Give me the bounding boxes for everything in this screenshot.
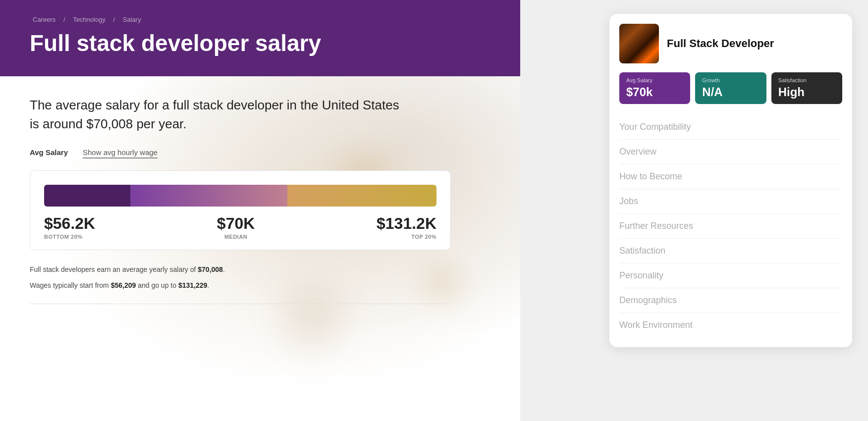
salary-bottom-label: $56.2K BOTTOM 20% <box>44 214 95 240</box>
hero-section: Careers / Technology / Salary Full stack… <box>0 0 520 76</box>
sidebar-nav-how-to-become[interactable]: How to Become <box>619 164 842 189</box>
stat-badge-satisfaction-label: Satisfaction <box>778 77 835 83</box>
sidebar-nav-work-environment[interactable]: Work Environment <box>619 313 842 337</box>
salary-bottom-sublabel: BOTTOM 20% <box>44 234 95 240</box>
salary-tabs: Avg Salary Show avg hourly wage <box>30 148 490 158</box>
sidebar-card-header: Full Stack Developer <box>619 24 842 63</box>
salary-bar <box>44 185 436 207</box>
stat-badge-satisfaction: Satisfaction High <box>771 72 842 104</box>
stat-badge-growth: Growth N/A <box>695 72 766 104</box>
breadcrumb-sep-1: / <box>63 16 65 23</box>
desc-line2-suffix: . <box>207 281 209 289</box>
salary-bottom-amount: $56.2K <box>44 214 95 233</box>
desc-line2-bold1: $56,209 <box>111 281 136 289</box>
salary-top-label: $131.2K TOP 20% <box>377 214 436 240</box>
breadcrumb-sep-2: / <box>113 16 115 23</box>
sidebar-nav-demographics[interactable]: Demographics <box>619 288 842 313</box>
bar-middle <box>130 185 287 207</box>
desc-line2-bold2: $131,229 <box>178 281 207 289</box>
desc-line-2: Wages typically start from $56,209 and g… <box>30 280 436 292</box>
section-divider <box>30 304 451 304</box>
desc-line1-prefix: Full stack developers earn an average ye… <box>30 265 198 273</box>
sidebar-card-title: Full Stack Developer <box>667 37 774 51</box>
salary-top-sublabel: TOP 20% <box>411 234 436 240</box>
stat-badge-salary-label: Avg Salary <box>626 77 683 83</box>
desc-line-1: Full stack developers earn an average ye… <box>30 264 436 276</box>
salary-card: $56.2K BOTTOM 20% $70K MEDIAN $131.2K TO… <box>30 170 451 250</box>
sidebar-nav-overview[interactable]: Overview <box>619 140 842 164</box>
bar-top-20 <box>287 185 436 207</box>
salary-median-label: $70K MEDIAN <box>217 214 255 240</box>
description-text: Full stack developers earn an average ye… <box>30 264 436 292</box>
salary-median-amount: $70K <box>217 214 255 233</box>
salary-median-sublabel: MEDIAN <box>224 234 247 240</box>
sidebar-nav-further-resources[interactable]: Further Resources <box>619 214 842 239</box>
sidebar-nav-compatibility[interactable]: Your Compatibility <box>619 115 842 140</box>
sidebar-nav-jobs[interactable]: Jobs <box>619 189 842 214</box>
tab-hourly-wage[interactable]: Show avg hourly wage <box>83 148 158 158</box>
breadcrumb: Careers / Technology / Salary <box>30 16 490 23</box>
stat-badge-growth-label: Growth <box>702 77 759 83</box>
desc-line2-prefix: Wages typically start from <box>30 281 111 289</box>
body-section: The average salary for a full stack deve… <box>0 76 520 421</box>
stat-badge-satisfaction-value: High <box>778 85 835 99</box>
stat-badge-salary-value: $70k <box>626 85 683 99</box>
desc-line1-bold: $70,008 <box>198 265 223 273</box>
desc-line2-mid: and go up to <box>136 281 178 289</box>
main-content: Careers / Technology / Salary Full stack… <box>0 0 520 421</box>
sidebar-nav-satisfaction[interactable]: Satisfaction <box>619 239 842 263</box>
breadcrumb-careers[interactable]: Careers <box>33 16 55 23</box>
stat-badge-salary: Avg Salary $70k <box>619 72 690 104</box>
breadcrumb-technology[interactable]: Technology <box>73 16 106 23</box>
tab-avg-salary[interactable]: Avg Salary <box>30 148 68 158</box>
stat-badge-growth-value: N/A <box>702 85 759 99</box>
sidebar-nav: Your Compatibility Overview How to Becom… <box>619 115 842 337</box>
sidebar-nav-personality[interactable]: Personality <box>619 263 842 288</box>
salary-top-amount: $131.2K <box>377 214 436 233</box>
sidebar: Full Stack Developer Avg Salary $70k Gro… <box>609 14 852 347</box>
bar-bottom-20 <box>44 185 130 207</box>
salary-labels: $56.2K BOTTOM 20% $70K MEDIAN $131.2K TO… <box>44 214 436 240</box>
desc-line1-suffix: . <box>223 265 225 273</box>
breadcrumb-salary[interactable]: Salary <box>123 16 141 23</box>
intro-text: The average salary for a full stack deve… <box>30 96 406 133</box>
stat-badges: Avg Salary $70k Growth N/A Satisfaction … <box>619 72 842 104</box>
body-inner: The average salary for a full stack deve… <box>0 76 520 324</box>
intro-text-content: The average salary for a full stack deve… <box>30 98 399 131</box>
page-title: Full stack developer salary <box>30 30 377 56</box>
sidebar-thumbnail <box>619 24 659 63</box>
